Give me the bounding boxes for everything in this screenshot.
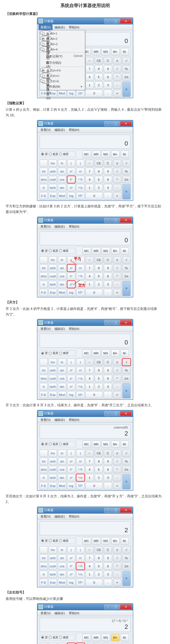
key-blank[interactable]: [40, 546, 48, 554]
key-tan[interactable]: tan: [58, 184, 66, 191]
key-CE[interactable]: CE: [95, 450, 103, 457]
key-n[interactable]: n!: [76, 458, 85, 465]
menu-view[interactable]: 查看(V): [38, 514, 53, 519]
menu-item[interactable]: 科学型(S)Alt+2: [40, 36, 51, 41]
mem-mc[interactable]: MC: [82, 350, 91, 357]
key-0[interactable]: 0: [85, 391, 103, 398]
key-[interactable]: +: [113, 391, 121, 398]
key-[interactable]: π: [40, 281, 48, 288]
menu-view[interactable]: 查看(V): [38, 224, 53, 229]
key-blank[interactable]: [40, 643, 48, 644]
key-FE[interactable]: F-E: [40, 289, 48, 296]
mem-ms[interactable]: MS: [101, 48, 110, 55]
minimize-button[interactable]: –: [104, 604, 112, 609]
key-Int[interactable]: Int: [40, 264, 48, 272]
key-[interactable]: -: [113, 571, 121, 578]
key-[interactable]: *: [113, 176, 121, 183]
key-0[interactable]: 0: [85, 192, 103, 199]
key-cosh[interactable]: cosh: [49, 273, 57, 280]
key-[interactable]: /: [113, 367, 121, 374]
key-sin[interactable]: sin: [58, 458, 66, 465]
key-0[interactable]: 0: [85, 579, 103, 586]
key-[interactable]: ←: [85, 359, 94, 366]
key-1[interactable]: 1: [85, 383, 94, 390]
key-10[interactable]: 10ˣ: [76, 289, 85, 296]
key-4[interactable]: 4: [85, 563, 94, 570]
key-[interactable]: ): [76, 160, 85, 167]
mem-mc[interactable]: MC: [82, 247, 91, 255]
key-4[interactable]: 4: [85, 176, 94, 183]
key-7[interactable]: 7: [85, 168, 94, 175]
minimize-button[interactable]: –: [104, 218, 112, 223]
radio-rad[interactable]: [49, 249, 52, 252]
maximize-button[interactable]: ▢: [112, 411, 119, 416]
key-2[interactable]: 2: [95, 81, 103, 89]
key-Exp[interactable]: Exp: [49, 579, 57, 586]
key-[interactable]: √: [122, 359, 131, 366]
key-FE[interactable]: F-E: [40, 482, 48, 489]
key-2[interactable]: 2: [95, 474, 103, 481]
key-[interactable]: *: [113, 375, 121, 382]
key-blank[interactable]: [40, 450, 48, 457]
mem-m-[interactable]: M-: [121, 634, 129, 641]
close-button[interactable]: ✕: [120, 604, 132, 609]
key-[interactable]: ±: [113, 359, 121, 366]
key-ln[interactable]: ln: [58, 546, 66, 554]
mem-m+[interactable]: M+: [111, 48, 120, 55]
menu-edit[interactable]: 编辑(E): [53, 326, 67, 332]
key-3[interactable]: 3: [104, 571, 112, 578]
key-Mod[interactable]: Mod: [58, 90, 66, 97]
key-[interactable]: =: [122, 184, 131, 199]
key-Inv[interactable]: Inv: [49, 643, 57, 644]
key-[interactable]: -: [113, 184, 121, 191]
key-Mod[interactable]: Mod: [58, 192, 66, 199]
menu-help[interactable]: 帮助(H): [67, 610, 81, 616]
key-sinh[interactable]: sinh: [49, 168, 57, 175]
radio-deg[interactable]: [41, 539, 44, 542]
key-cos[interactable]: cos: [58, 466, 66, 473]
key-10[interactable]: 10ˣ: [76, 192, 85, 199]
key-5[interactable]: 5: [95, 273, 103, 280]
radio-rad[interactable]: [49, 636, 52, 639]
key-sinh[interactable]: sinh: [49, 458, 57, 465]
key-CE[interactable]: CE: [95, 160, 103, 167]
key-[interactable]: +: [113, 482, 121, 489]
menu-item[interactable]: 历史记录(Y)Ctrl+H: [40, 53, 85, 60]
menu-edit[interactable]: 编辑(E): [53, 514, 67, 519]
key-5[interactable]: 5: [95, 73, 103, 81]
key-[interactable]: ): [76, 450, 85, 457]
key-C[interactable]: C: [104, 450, 112, 457]
key-x[interactable]: ³√x: [76, 571, 85, 578]
key-4[interactable]: 4: [85, 375, 94, 382]
key-[interactable]: %: [122, 65, 131, 72]
key-x[interactable]: ʸ√x: [76, 176, 85, 183]
key-[interactable]: ±: [113, 450, 121, 457]
key-5[interactable]: 5: [95, 563, 103, 570]
key-n[interactable]: n!: [76, 554, 85, 562]
key-x[interactable]: x³: [67, 281, 76, 288]
key-[interactable]: %: [122, 168, 131, 175]
key-3[interactable]: 3: [104, 474, 112, 481]
key-6[interactable]: 6: [104, 176, 112, 183]
mem-ms[interactable]: MS: [101, 634, 110, 641]
key-Int[interactable]: Int: [40, 367, 48, 374]
key-[interactable]: =: [122, 571, 131, 586]
key-C[interactable]: C: [104, 57, 112, 64]
key-x[interactable]: ʸ√x: [76, 466, 85, 473]
key-6[interactable]: 6: [104, 73, 112, 81]
key-C[interactable]: C: [104, 160, 112, 167]
minimize-button[interactable]: –: [104, 508, 112, 513]
key-Int[interactable]: Int: [40, 554, 48, 562]
key-2[interactable]: 2: [95, 281, 103, 288]
radio-rad[interactable]: [49, 352, 52, 355]
radio-rad[interactable]: [49, 539, 52, 542]
key-[interactable]: ←: [85, 450, 94, 457]
key-6[interactable]: 6: [104, 563, 112, 570]
close-button[interactable]: ✕: [120, 218, 132, 223]
key-[interactable]: ±: [113, 57, 121, 64]
key-x[interactable]: x³: [67, 184, 76, 191]
mem-m+[interactable]: M+: [111, 537, 120, 545]
key-3[interactable]: 3: [104, 81, 112, 89]
close-button[interactable]: ✕: [120, 121, 132, 126]
key-4[interactable]: 4: [85, 273, 94, 280]
